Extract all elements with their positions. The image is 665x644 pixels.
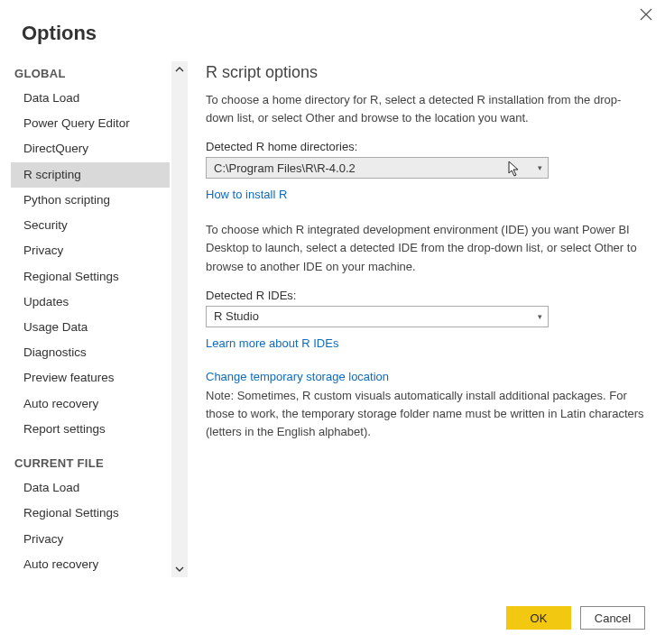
learn-ides-link[interactable]: Learn more about R IDEs <box>206 336 338 350</box>
sidebar-item-data-load[interactable]: Data Load <box>11 86 170 111</box>
ide-value: R Studio <box>214 309 259 323</box>
change-temp-link[interactable]: Change temporary storage location <box>206 370 389 383</box>
chevron-down-icon: ▾ <box>538 163 542 172</box>
sidebar-scrollbar[interactable] <box>171 61 188 577</box>
section-header-current-file: CURRENT FILE <box>11 451 170 475</box>
ide-intro-text: To choose which R integrated development… <box>206 221 645 275</box>
ide-label: Detected R IDEs: <box>206 289 645 302</box>
temp-note: Note: Sometimes, R custom visuals automa… <box>206 387 645 441</box>
sidebar-item-cf-privacy[interactable]: Privacy <box>11 527 170 552</box>
cancel-button[interactable]: Cancel <box>580 606 645 630</box>
sidebar-item-preview-features[interactable]: Preview features <box>11 365 170 391</box>
ok-button[interactable]: OK <box>506 606 571 630</box>
ide-select[interactable]: R Studio ▾ <box>206 306 549 327</box>
intro-text: To choose a home directory for R, select… <box>206 91 645 127</box>
sidebar-item-usage-data[interactable]: Usage Data <box>11 315 170 340</box>
sidebar-item-security[interactable]: Security <box>11 213 170 238</box>
sidebar-item-r-scripting[interactable]: R scripting <box>11 162 170 188</box>
chevron-down-icon: ▾ <box>538 312 542 321</box>
home-dir-value: C:\Program Files\R\R-4.0.2 <box>214 161 356 175</box>
sidebar-item-python-scripting[interactable]: Python scripting <box>11 188 170 213</box>
dialog-footer: OK Cancel <box>506 606 645 630</box>
panel-heading: R script options <box>206 63 645 82</box>
scroll-up-icon[interactable] <box>171 61 188 78</box>
main-panel: R script options To choose a home direct… <box>188 61 665 577</box>
sidebar-item-cf-auto-recovery[interactable]: Auto recovery <box>11 552 170 577</box>
cursor-icon <box>508 161 521 179</box>
sidebar-item-updates[interactable]: Updates <box>11 290 170 315</box>
home-dir-label: Detected R home directories: <box>206 140 645 153</box>
sidebar-item-cf-regional-settings[interactable]: Regional Settings <box>11 501 170 526</box>
close-icon[interactable] <box>640 7 652 23</box>
scroll-down-icon[interactable] <box>171 561 188 577</box>
sidebar-list: GLOBAL Data Load Power Query Editor Dire… <box>11 61 170 577</box>
how-to-install-link[interactable]: How to install R <box>206 188 287 201</box>
options-dialog: Options GLOBAL Data Load Power Query Edi… <box>0 0 665 644</box>
sidebar-item-auto-recovery[interactable]: Auto recovery <box>11 391 170 417</box>
sidebar-item-power-query-editor[interactable]: Power Query Editor <box>11 111 170 136</box>
dialog-title: Options <box>0 0 665 61</box>
sidebar-item-cf-data-load[interactable]: Data Load <box>11 475 170 501</box>
section-header-global: GLOBAL <box>11 61 170 86</box>
dialog-body: GLOBAL Data Load Power Query Editor Dire… <box>0 61 665 577</box>
sidebar-item-report-settings[interactable]: Report settings <box>11 417 170 442</box>
sidebar-item-directquery[interactable]: DirectQuery <box>11 136 170 161</box>
sidebar: GLOBAL Data Load Power Query Editor Dire… <box>11 61 188 577</box>
sidebar-item-privacy[interactable]: Privacy <box>11 238 170 263</box>
home-dir-select[interactable]: C:\Program Files\R\R-4.0.2 ▾ <box>206 157 549 179</box>
sidebar-item-regional-settings[interactable]: Regional Settings <box>11 264 170 290</box>
sidebar-item-diagnostics[interactable]: Diagnostics <box>11 340 170 365</box>
